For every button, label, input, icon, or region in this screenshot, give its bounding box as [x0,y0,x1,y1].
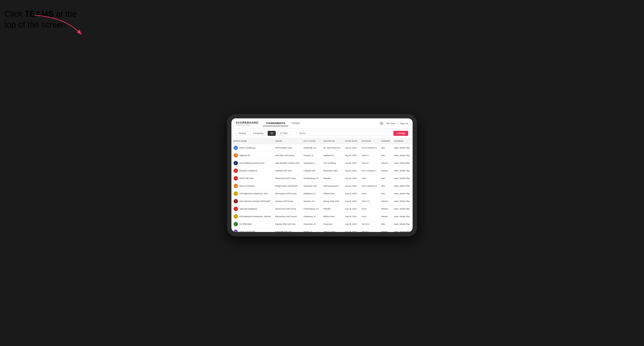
cell-event-name: u upike fall invitational [232,205,273,213]
cell-scoring: team, Stroke Play [392,167,412,175]
cell-division: NICAA II [360,220,379,228]
cell-start-date: Aug 28, 2023 [343,213,360,220]
cell-gender: Women [379,167,392,175]
cell-start-date: Aug 28, 2023 [343,197,360,205]
tournament-table: EVENT NAME VENUE CITY, STATE HOSTED BY S… [232,138,412,232]
event-name-text: Klash at Kokopelli [239,231,255,232]
table-row: C Carl Sandburg Women FA23 Lake Bracken … [232,159,412,167]
cell-venue: StoneCrest Golf Course [273,175,301,182]
cell-city-state: Hesston, KS [301,197,321,205]
event-icon: M [234,169,238,173]
table-row: 2 2023 Women's Hesston Fall Kickoff Hess… [232,197,412,205]
cell-event-name: K Klash at Kokopelli [232,228,273,232]
cell-start-date: Aug 26, 2023 [343,159,360,167]
filter-button[interactable]: ☰ Filter [277,131,290,136]
cell-city-state: Vincennes, IN [301,220,321,228]
nav-bar: SCOREBOARD Powered by clippit TOURNAMENT… [232,118,412,129]
cell-division: NICAA II [360,197,379,205]
logo-sub: Powered by clippit [236,124,258,126]
col-division: DIVISION [360,138,379,144]
cell-division: NCAA Division III [360,182,379,190]
cell-event-name: M Maverick Invitational [232,167,273,175]
cell-scoring: team, Stroke Play [392,190,412,197]
table-row: M MSMC Qualifying 1 The Powelton Club Ne… [232,144,412,152]
nav-right: ⚙ Test User | Sign out [380,121,408,126]
cell-hosted-by: Mt. Saint Mary (NY) [321,144,343,152]
cell-start-date: Aug 28, 2023 [343,167,360,175]
event-icon: 2 [234,199,238,203]
cell-start-date: Aug 24, 2023 [343,144,360,152]
cell-start-date: Aug 28, 2023 [343,190,360,197]
col-scoring: SCORING [392,138,412,144]
event-name-text: Carl Sandburg Women FA23 [239,162,264,164]
col-start-date: START DATE [343,138,360,144]
cell-event-name: C Carl Sandburg Women FA23 [232,159,273,167]
event-icon: C [234,161,238,165]
cell-division: NCAA Division III [360,144,379,152]
table-row: M Maverick Invitational Faribault Golf C… [232,167,412,175]
sign-out-link[interactable]: Sign out [400,122,408,125]
nav-link-tournaments[interactable]: TOURNAMENTS [263,121,288,126]
cell-actions: ✏ Edit [412,144,412,152]
logo-title: SCOREBOARD [236,121,258,124]
tab-competing[interactable]: Competing [250,131,266,136]
tablet-frame: SCOREBOARD Powered by clippit TOURNAMENT… [227,114,417,236]
cell-gender: Women [379,205,392,213]
cell-division: NICAA I [360,152,379,159]
cell-division: NICAA I [360,159,379,167]
event-icon: M [234,146,238,150]
cell-venue: StoneCrest Golf Course [273,205,301,213]
cell-hosted-by: William Penn [321,190,343,197]
cell-venue: Kokopelli Golf Club [273,228,301,232]
col-actions: ACTIONS [412,138,412,144]
cell-event-name: 2 2023 Women's Hesston Fall Kickoff [232,197,273,205]
logo: SCOREBOARD Powered by clippit [236,121,258,126]
cell-actions: ✏ Edit [412,167,412,175]
event-icon: V [234,222,238,226]
cell-event-name: V VU PREVIEW [232,220,273,228]
cell-venue: Hesston Golf Course [273,197,301,205]
event-icon: K [234,230,238,232]
nav-link-teams[interactable]: TEAMS [288,121,303,126]
cell-gender: Men [379,152,392,159]
cell-gender: Men [379,175,392,182]
tab-all[interactable]: All [268,131,276,136]
cell-venue: Rutger's Bay Lake Resort [273,182,301,190]
col-event-name: EVENT NAME [232,138,273,144]
cell-division: NAIA [360,175,379,182]
event-icon: F [234,214,238,219]
search-input[interactable] [296,131,392,136]
cell-city-state: Oskaloosa, IA [301,190,321,197]
cell-start-date: Aug 28, 2023 [343,182,360,190]
cell-city-state: Prestonsburg, KY [301,175,321,182]
cell-start-date: Aug 25, 2023 [343,152,360,159]
cell-city-state: Faribault, MN [301,167,321,175]
cell-actions: ✏ Edit [412,205,412,213]
event-icon: F [234,191,238,196]
col-hosted-by: HOSTED BY [321,138,343,144]
cell-city-state: Galesburg, IL [301,159,321,167]
event-name-text: Maverick Invitational [239,170,257,172]
cell-actions: ✏ Edit [412,228,412,232]
cell-actions: ✏ Edit [412,190,412,197]
cell-scoring: team, Stroke Play [392,175,412,182]
cell-division: NAIA [360,190,379,197]
cell-gender: Women [379,197,392,205]
filter-icon: ☰ [280,132,282,135]
create-button[interactable]: + Create [394,131,408,136]
table-row: U UPKE Fall Invite StoneCrest Golf Cours… [232,175,412,182]
filter-label: Filter [283,132,288,135]
cell-scoring: team, Stroke Play [392,152,412,159]
cell-hosted-by: William Penn [321,213,343,220]
event-icon: U [234,176,238,180]
tab-hosting[interactable]: Hosting [236,131,249,136]
event-name-text: upike fall invitational [239,208,257,210]
cell-scoring: team, Stroke Play [392,228,412,232]
cell-hosted-by: John A Logan [321,228,343,232]
event-name-text: Fall Statesmen Invitational - Women [239,215,271,218]
cell-gender: Men [379,190,392,197]
event-icon: M [234,184,238,188]
table-header-row: EVENT NAME VENUE CITY, STATE HOSTED BY S… [232,138,412,144]
cell-scoring: team, Stroke Play [392,220,412,228]
cell-scoring: team, Stroke Play [392,205,412,213]
